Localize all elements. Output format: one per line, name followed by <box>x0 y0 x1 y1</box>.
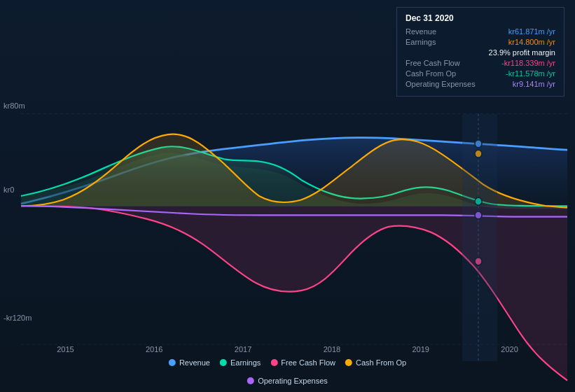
tooltip-profit-value: 23.9% profit margin <box>489 48 555 57</box>
legend-revenue-dot <box>169 359 176 366</box>
tooltip-earnings: Earnings kr14.800m /yr <box>406 38 555 46</box>
tooltip-fcf-value: -kr118.339m /yr <box>501 59 555 67</box>
legend-cashop[interactable]: Cash From Op <box>345 358 406 367</box>
tooltip-earnings-label: Earnings <box>406 38 436 46</box>
legend-opex[interactable]: Operating Expenses <box>247 377 328 385</box>
legend-fcf-dot <box>270 359 277 366</box>
tooltip-revenue-label: Revenue <box>406 27 436 36</box>
chart-legend: Revenue Earnings Free Cash Flow Cash Fro… <box>144 358 431 385</box>
x-label-2018: 2018 <box>324 345 340 354</box>
legend-revenue-label: Revenue <box>179 358 210 367</box>
legend-earnings-dot <box>220 359 227 366</box>
y-label-80: kr80m <box>4 102 25 110</box>
legend-earnings-label: Earnings <box>230 358 261 367</box>
tooltip-fcf-label: Free Cash Flow <box>406 59 460 67</box>
x-label-2016: 2016 <box>146 345 162 354</box>
legend-opex-label: Operating Expenses <box>258 377 328 385</box>
tooltip-cashop: Cash From Op -kr11.578m /yr <box>406 69 555 78</box>
y-label-0: kr0 <box>4 186 14 194</box>
tooltip-title: Dec 31 2020 <box>406 13 555 23</box>
legend-revenue[interactable]: Revenue <box>169 358 210 367</box>
tooltip-revenue-value: kr61.871m /yr <box>508 27 555 36</box>
legend-opex-dot <box>247 377 254 384</box>
y-label-minus120: -kr120m <box>4 314 32 322</box>
tooltip-cashop-label: Cash From Op <box>406 69 456 78</box>
tooltip-opex: Operating Expenses kr9.141m /yr <box>406 80 555 88</box>
tooltip-opex-value: kr9.141m /yr <box>513 80 555 88</box>
x-label-2020: 2020 <box>501 345 518 354</box>
x-label-2017: 2017 <box>235 345 251 354</box>
chart-container: kr80m kr0 -kr120m 2015 2016 2017 2018 20… <box>0 0 575 392</box>
tooltip-profit-margin: 23.9% profit margin <box>406 48 555 57</box>
legend-cashop-dot <box>345 359 352 366</box>
legend-earnings[interactable]: Earnings <box>220 358 261 367</box>
svg-rect-10 <box>462 114 497 362</box>
legend-fcf-label: Free Cash Flow <box>281 358 335 367</box>
legend-cashop-label: Cash From Op <box>356 358 406 367</box>
x-axis-labels: 2015 2016 2017 2018 2019 2020 <box>0 345 575 354</box>
tooltip-revenue: Revenue kr61.871m /yr <box>406 27 555 36</box>
x-label-2015: 2015 <box>57 345 74 354</box>
data-tooltip: Dec 31 2020 Revenue kr61.871m /yr Earnin… <box>396 7 564 97</box>
x-label-2019: 2019 <box>412 345 429 354</box>
tooltip-earnings-value: kr14.800m /yr <box>508 38 555 46</box>
tooltip-fcf: Free Cash Flow -kr118.339m /yr <box>406 59 555 67</box>
tooltip-opex-label: Operating Expenses <box>406 80 476 88</box>
legend-fcf[interactable]: Free Cash Flow <box>270 358 335 367</box>
tooltip-cashop-value: -kr11.578m /yr <box>506 69 555 78</box>
